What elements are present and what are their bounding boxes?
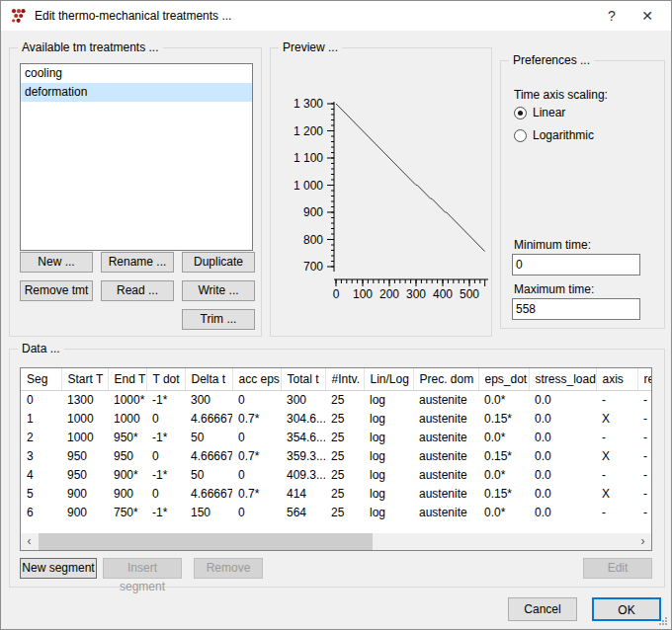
svg-text:300: 300 (406, 287, 426, 301)
table-cell: 950 (108, 446, 146, 465)
svg-text:0: 0 (333, 287, 340, 301)
table-cell: 0.0 (529, 484, 596, 503)
table-cell: 300 (281, 390, 325, 409)
window-title: Edit thermo-mechanical treatments ... (35, 1, 231, 31)
column-header[interactable]: Prec. dom (413, 368, 478, 390)
preview-group-label: Preview ... (279, 40, 342, 54)
svg-text:800: 800 (303, 233, 323, 247)
column-header[interactable]: Start T (61, 368, 108, 390)
table-cell: 1000 (108, 409, 146, 428)
table-cell: 900 (61, 484, 108, 503)
table-cell: austenite (413, 390, 478, 409)
minimum-time-label: Minimum time: (514, 238, 591, 252)
help-button[interactable]: ? (594, 1, 630, 31)
new-segment-button[interactable]: New segment (20, 558, 97, 579)
treatment-item[interactable]: deformation (21, 83, 252, 102)
table-cell: - (637, 409, 652, 428)
table-row[interactable]: 013001000*-1*300030025logaustenite0.0*0.… (21, 390, 652, 409)
column-header[interactable]: End T (108, 368, 146, 390)
table-cell: 0.7* (232, 484, 281, 503)
column-header[interactable]: T dot (146, 368, 185, 390)
insert-segment-button: Insert segment (103, 558, 182, 579)
table-cell: 409.3... (281, 465, 325, 484)
table-cell: austenite (413, 503, 478, 521)
table-row[interactable]: 4950900*-1*500409.3...25logaustenite0.0*… (21, 465, 652, 484)
table-row[interactable]: 21000950*-1*500354.6...25logaustenite0.0… (21, 428, 652, 446)
column-header[interactable]: Delta t (185, 368, 232, 390)
radio-icon[interactable] (514, 107, 527, 119)
treatments-group-label: Available tm treatments ... (18, 40, 163, 54)
remove-tmt-button[interactable]: Remove tmt (20, 280, 93, 301)
table-row[interactable]: 11000100004.666670.7*304.6...25logausten… (21, 409, 652, 428)
table-cell: - (637, 503, 652, 521)
duplicate-treatment-button[interactable]: Duplicate (182, 252, 255, 273)
treatments-list[interactable]: coolingdeformation (20, 63, 253, 251)
table-cell: -1* (146, 503, 185, 521)
svg-text:1 300: 1 300 (294, 97, 323, 111)
segments-table[interactable]: SegStart TEnd TT dotDelta tacc epsTotal … (21, 368, 652, 521)
column-header[interactable]: #Intv. (325, 368, 364, 390)
temperature-curve (336, 104, 485, 252)
new-treatment-button[interactable]: New ... (20, 252, 93, 273)
horizontal-scrollbar[interactable]: ‹ › (21, 533, 651, 550)
trim-treatment-button[interactable]: Trim ... (182, 309, 255, 330)
column-header[interactable]: Seg (21, 368, 61, 390)
ok-button[interactable]: OK (592, 597, 661, 621)
read-treatment-button[interactable]: Read ... (101, 280, 174, 301)
cancel-button[interactable]: Cancel (508, 597, 577, 621)
svg-text:1 200: 1 200 (294, 124, 323, 138)
scroll-left-icon[interactable]: ‹ (21, 533, 38, 550)
table-cell: 0.0 (529, 390, 596, 409)
table-cell: log (364, 465, 413, 484)
table-cell: 0 (146, 409, 185, 428)
table-cell: 4 (21, 465, 61, 484)
table-cell: - (596, 465, 637, 484)
table-cell: 0 (146, 484, 185, 503)
close-button[interactable]: ✕ (630, 1, 665, 31)
table-row[interactable]: 395095004.666670.7*359.3...25logaustenit… (21, 446, 652, 465)
app-logo-icon (10, 8, 27, 25)
write-treatment-button[interactable]: Write ... (182, 280, 255, 301)
resize-grip-icon[interactable] (658, 616, 668, 626)
table-cell: X (596, 484, 637, 503)
preferences-group: Preferences ... Time axis scaling: Linea… (500, 60, 665, 329)
table-cell: 950 (61, 465, 108, 484)
column-header[interactable]: res_ (637, 368, 652, 390)
radio-icon[interactable] (514, 129, 527, 142)
time-axis-option-logarithmic[interactable]: Logarithmic (514, 128, 594, 142)
title-bar: Edit thermo-mechanical treatments ... ? … (1, 1, 671, 31)
column-header[interactable]: Lin/Log (364, 368, 413, 390)
table-cell: 0 (146, 446, 185, 465)
treatment-item[interactable]: cooling (21, 64, 252, 83)
table-cell: log (364, 428, 413, 446)
table-row[interactable]: 590090004.666670.7*41425logaustenite0.15… (21, 484, 652, 503)
table-cell: X (596, 409, 637, 428)
svg-text:100: 100 (353, 287, 373, 301)
table-cell: 25 (325, 409, 364, 428)
time-axis-option-linear[interactable]: Linear (514, 106, 565, 119)
svg-text:500: 500 (460, 287, 479, 301)
table-cell: - (637, 390, 652, 409)
rename-treatment-button[interactable]: Rename ... (101, 252, 174, 273)
table-cell: 150 (185, 503, 232, 521)
table-cell: - (637, 465, 652, 484)
preferences-group-label: Preferences ... (509, 53, 594, 67)
scroll-right-icon[interactable]: › (634, 533, 651, 550)
column-header[interactable]: acc eps (232, 368, 281, 390)
edit-tm-treatments-dialog: Edit thermo-mechanical treatments ... ? … (0, 0, 672, 630)
scrollbar-thumb[interactable] (39, 533, 373, 550)
column-header[interactable]: axis (596, 368, 637, 390)
maximum-time-input[interactable] (512, 298, 640, 320)
svg-text:200: 200 (379, 287, 399, 301)
table-cell: 25 (325, 503, 364, 521)
column-header[interactable]: eps_dot (478, 368, 529, 390)
table-row[interactable]: 6900750*-1*150056425logaustenite0.0*0.0-… (21, 503, 652, 521)
table-cell: 0.0 (529, 465, 596, 484)
column-header[interactable]: stress_load (529, 368, 596, 390)
table-cell: 900 (61, 503, 108, 521)
table-cell: 304.6... (281, 409, 325, 428)
column-header[interactable]: Total t (281, 368, 325, 390)
minimum-time-input[interactable] (512, 254, 640, 276)
table-cell: 0 (232, 428, 281, 446)
radio-label: Linear (533, 106, 565, 119)
